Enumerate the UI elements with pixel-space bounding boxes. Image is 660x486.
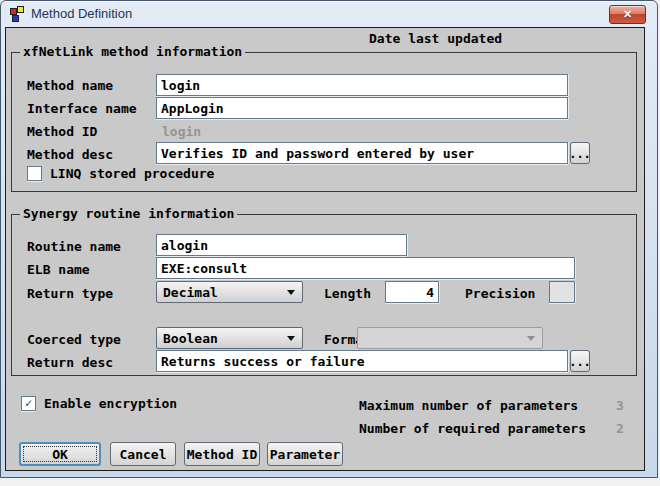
synergy-groupbox: Synergy routine information Routine name… bbox=[11, 214, 637, 376]
interface-name-input[interactable] bbox=[156, 97, 568, 119]
ellipsis-icon: ... bbox=[569, 357, 591, 367]
synergy-group-title: Synergy routine information bbox=[20, 206, 237, 221]
window-title: Method Definition bbox=[31, 6, 132, 21]
parameter-button[interactable]: Parameter bbox=[267, 442, 343, 466]
ok-button[interactable]: OK bbox=[19, 442, 101, 466]
linq-stored-procedure-label: LINQ stored procedure bbox=[50, 166, 214, 181]
coerced-type-value: Boolean bbox=[163, 331, 218, 346]
method-name-label: Method name bbox=[27, 78, 113, 93]
format-dropdown bbox=[357, 327, 543, 349]
coerced-type-label: Coerced type bbox=[27, 332, 121, 347]
return-desc-label: Return desc bbox=[27, 355, 113, 370]
close-button[interactable]: ✕ bbox=[609, 5, 646, 24]
return-type-label: Return type bbox=[27, 286, 113, 301]
method-id-button[interactable]: Method ID bbox=[184, 442, 260, 466]
dropdown-arrow-icon bbox=[287, 290, 295, 295]
routine-name-input[interactable] bbox=[156, 234, 407, 256]
precision-input[interactable] bbox=[549, 281, 575, 303]
required-params-value: 2 bbox=[616, 421, 624, 436]
dropdown-arrow-icon bbox=[527, 336, 535, 341]
cancel-button-label: Cancel bbox=[120, 447, 167, 462]
dialog-client-area: Date last updated xfNetLink method infor… bbox=[5, 27, 645, 471]
method-id-value: login bbox=[162, 124, 201, 139]
date-last-updated-label: Date last updated bbox=[369, 31, 502, 46]
xfnetlink-group-title: xfNetLink method information bbox=[20, 44, 245, 59]
max-params-value: 3 bbox=[616, 398, 624, 413]
parameter-button-label: Parameter bbox=[270, 447, 340, 462]
routine-name-label: Routine name bbox=[27, 239, 121, 254]
return-type-dropdown[interactable]: Decimal bbox=[156, 281, 303, 303]
linq-stored-procedure-checkbox[interactable]: LINQ stored procedure bbox=[27, 166, 214, 181]
method-desc-label: Method desc bbox=[27, 147, 113, 162]
enable-encryption-checkbox[interactable]: ✓ Enable encryption bbox=[21, 396, 177, 411]
return-desc-browse-button[interactable]: ... bbox=[570, 350, 590, 372]
cancel-button[interactable]: Cancel bbox=[110, 442, 176, 466]
length-input[interactable] bbox=[385, 281, 439, 303]
method-desc-browse-button[interactable]: ... bbox=[570, 142, 590, 164]
checkbox-box: ✓ bbox=[21, 396, 36, 411]
required-params-label: Number of required parameters bbox=[359, 421, 586, 436]
return-type-value: Decimal bbox=[163, 285, 218, 300]
elb-name-label: ELB name bbox=[27, 262, 90, 277]
method-id-label: Method ID bbox=[27, 124, 97, 139]
length-label: Length bbox=[324, 286, 371, 301]
method-desc-input[interactable] bbox=[156, 142, 568, 164]
dropdown-arrow-icon bbox=[287, 336, 295, 341]
titlebar[interactable]: Method Definition bbox=[1, 1, 657, 26]
xfnetlink-groupbox: xfNetLink method information Method name… bbox=[11, 52, 637, 192]
method-id-button-label: Method ID bbox=[187, 447, 257, 462]
ellipsis-icon: ... bbox=[569, 149, 591, 159]
return-desc-input[interactable] bbox=[156, 350, 568, 372]
precision-label: Precision bbox=[465, 286, 535, 301]
check-icon: ✓ bbox=[25, 397, 32, 410]
method-name-input[interactable] bbox=[156, 74, 568, 96]
elb-name-input[interactable] bbox=[156, 257, 575, 279]
close-icon: ✕ bbox=[623, 9, 632, 20]
interface-name-label: Interface name bbox=[27, 101, 137, 116]
enable-encryption-label: Enable encryption bbox=[44, 396, 177, 411]
coerced-type-dropdown[interactable]: Boolean bbox=[156, 327, 303, 349]
app-icon bbox=[9, 6, 25, 22]
checkbox-box bbox=[27, 166, 42, 181]
method-definition-window: Method Definition ✕ Date last updated xf… bbox=[0, 0, 658, 478]
ok-button-label: OK bbox=[52, 447, 68, 462]
max-params-label: Maximum number of parameters bbox=[359, 398, 578, 413]
